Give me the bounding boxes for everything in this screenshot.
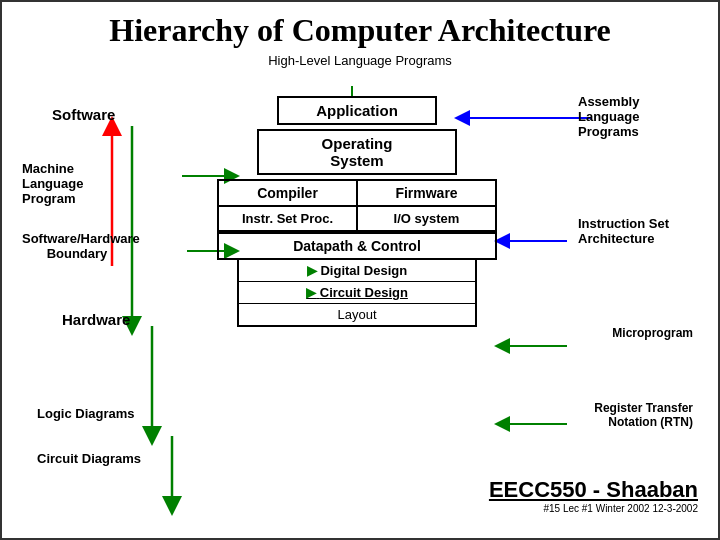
label-logic-diagrams: Logic Diagrams xyxy=(37,406,135,421)
layout-box: Layout xyxy=(239,304,475,325)
page-title: Hierarchy of Computer Architecture xyxy=(12,12,708,49)
label-isa: Instruction SetArchitecture xyxy=(578,216,698,246)
label-sw-hw-boundary: Software/HardwareBoundary xyxy=(22,231,132,261)
label-assembly-language: Assembly LanguagePrograms xyxy=(578,94,688,139)
footer: EECC550 - Shaaban #15 Lec #1 Winter 2002… xyxy=(489,477,698,514)
label-circuit-diagrams: Circuit Diagrams xyxy=(37,451,141,466)
instr-set-proc-box: Instr. Set Proc. xyxy=(219,207,358,230)
io-system-box: I/O system xyxy=(358,207,495,230)
compiler-firmware-row: Compiler Firmware xyxy=(217,179,497,207)
label-microprogram: Microprogram xyxy=(612,326,693,340)
compiler-box: Compiler xyxy=(219,181,358,205)
application-box: Application xyxy=(277,96,437,125)
firmware-box: Firmware xyxy=(358,181,495,205)
lec-info: #15 Lec #1 Winter 2002 12-3-2002 xyxy=(489,503,698,514)
eecc-label: EECC550 - Shaaban xyxy=(489,477,698,503)
circuit-design-box: ▶ Circuit Design xyxy=(239,282,475,304)
label-software: Software xyxy=(52,106,115,123)
label-rtn: Register TransferNotation (RTN) xyxy=(563,401,693,429)
label-machine-language: Machine Language Program xyxy=(22,161,132,206)
subtitle: High-Level Language Programs xyxy=(12,53,708,68)
digital-design-box: ▶ Digital Design xyxy=(239,260,475,282)
diagram-area: Application OperatingSystem Compiler Fir… xyxy=(212,96,502,327)
instr-io-row: Instr. Set Proc. I/O system xyxy=(217,207,497,232)
datapath-box: Datapath & Control xyxy=(217,232,497,260)
label-hardware: Hardware xyxy=(62,311,130,328)
dd-cd-layout-area: ▶ Digital Design ▶ Circuit Design Layout xyxy=(237,260,477,327)
content-area: Software Machine Language Program Softwa… xyxy=(12,76,708,516)
operating-system-box: OperatingSystem xyxy=(257,129,457,175)
slide: Hierarchy of Computer Architecture High-… xyxy=(0,0,720,540)
